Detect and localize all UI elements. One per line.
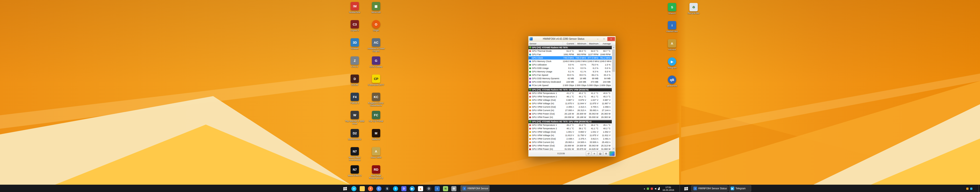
reset-values-button[interactable]: ↺ <box>586 151 591 156</box>
pinned-icon-file-explorer[interactable] <box>360 186 365 191</box>
desktop-icon-witcher-3[interactable]: WThe Witcher 3: Wild Hunt <box>344 111 365 125</box>
sensor-group-header[interactable]: GPU [#0]: ATI/AMD Radeon HD 7970: GPU VR… <box>528 120 612 123</box>
column-header-minimum[interactable]: Minimum <box>575 42 587 46</box>
pinned-icon-steam[interactable]: S <box>385 186 390 191</box>
desktop-icon-rdr2[interactable]: RDRed Dead Redemption 2 <box>366 165 387 179</box>
sensor-row[interactable]: GPU VRM Current (In)25.063 A24.500 A33.5… <box>528 141 612 144</box>
desktop-icon-aida64[interactable]: AAIDA64 <box>662 39 682 51</box>
sensor-row[interactable]: GPU D3D Memory Dynamic42 MB16 MB69 MB64 … <box>528 77 612 80</box>
pinned-icon-hwinfo[interactable]: i <box>434 186 440 191</box>
network-icon[interactable]: ▟ <box>658 187 660 190</box>
desktop-icon-qbittorrent[interactable]: qBqBittorrent <box>662 75 682 87</box>
taskbar-clock[interactable]: 17:51 16.03.2015 <box>662 186 674 191</box>
desktop-icon-fallout-4[interactable]: F4Fallout 4 <box>344 93 365 104</box>
desktop-icon-hwinfo64[interactable]: iHWiNFO64 <box>662 21 682 33</box>
desktop-icon-far-cry-primal[interactable]: FCFar Cry Primal <box>366 111 387 122</box>
column-header-average[interactable]: Average <box>600 42 612 46</box>
desktop-icon-recycle-bin[interactable]: ♻Recycle Bin <box>683 3 704 14</box>
sensor-row[interactable]: GPU Thermal Diode61.0 °C58.0 °C64.0 °C60… <box>528 49 612 53</box>
desktop-icon-anno-1800[interactable]: AAnno 1800 <box>366 147 387 158</box>
desktop-icon-cpu-z[interactable]: ZCPU-Z <box>344 56 365 68</box>
start-button-secondary[interactable] <box>682 185 690 192</box>
desktop-icon-sharex[interactable]: SShareX <box>662 3 682 14</box>
desktop-icon-dishonored-2[interactable]: D2Dishonored 2 <box>344 129 365 141</box>
sensor-row[interactable]: GPU Fan1061 RPM993 RPM1137 RPM1048 RPM <box>528 53 612 56</box>
desktop-icon-telegram[interactable]: ▶Telegram <box>662 58 682 69</box>
pinned-icon-skype[interactable]: S <box>393 186 398 191</box>
scroll-down-icon[interactable]: ▼ <box>612 147 616 150</box>
desktop-icon-crysis-3[interactable]: C3Crysis 3 <box>344 20 365 32</box>
gpu-tray-icon[interactable] <box>647 187 649 190</box>
desktop-icon-doom[interactable]: DDOOM <box>344 75 365 86</box>
minimize-button[interactable]: – <box>595 37 601 41</box>
sensor-row[interactable]: GPU D3D Usage0.1 %0.0 %6.2 %0.6 % <box>528 66 612 70</box>
column-header-sensor[interactable]: Sensor <box>528 42 563 46</box>
sensors-brand-button[interactable] <box>609 151 615 156</box>
scrollbar[interactable]: ▲ ▼ <box>612 46 616 150</box>
sensor-row[interactable]: GPU Utilization0.0 %0.0 %75.0 %1.5 % <box>528 63 612 66</box>
sensor-row[interactable]: PCIe Link Speed2.500 Gbps2.500 Gbps5.000… <box>528 83 612 87</box>
pinned-icon-firefox[interactable]: f <box>368 186 373 191</box>
messenger-tray-icon[interactable] <box>970 187 972 190</box>
scroll-up-icon[interactable]: ▲ <box>612 46 616 49</box>
hidden-icons-icon[interactable]: ▴ <box>644 187 645 190</box>
desktop-icon-cyberpunk-2077[interactable]: CPCyberpunk 2077 <box>366 75 387 86</box>
show-desktop-button-secondary[interactable] <box>978 185 980 192</box>
desktop-icon-minecraft[interactable]: ▦Minecraft <box>366 2 387 13</box>
sensor-row[interactable]: GPU VRM Current (Out)2.406 A2.313 A3.700… <box>528 105 612 109</box>
updates-tray-icon[interactable] <box>966 187 969 190</box>
taskbar-button-hwinfo-sensor-window[interactable]: iHWiNFO64 Sensor Status <box>461 186 490 192</box>
desktop-icon-mafia-iii[interactable]: MMafia III <box>366 129 387 141</box>
sensor-row[interactable]: GPU VRM Voltage (In)11.875 V11.844 V11.8… <box>528 102 612 105</box>
column-header-current[interactable]: Current <box>563 42 575 46</box>
maximize-button[interactable]: □ <box>601 37 607 41</box>
sensor-row[interactable]: GPU VRM Voltage (Out)1.001 V0.993 V1.031… <box>528 130 612 134</box>
pinned-icon-notepad[interactable]: N <box>443 186 448 191</box>
pinned-icon-internet-explorer[interactable]: e <box>351 186 356 191</box>
sensor-row[interactable]: GPU VRM Power (In)31.531 W30.875 W44.625… <box>528 147 612 150</box>
desktop-icon-assassins-creed[interactable]: ACAssassin's Creed Origins <box>366 38 387 52</box>
report-button[interactable]: ▤ <box>598 151 603 156</box>
sensor-row[interactable]: GPU Clock749.0 MHz749.0 MHz877.0 MHz751.… <box>528 56 612 59</box>
desktop-icon-nomachine[interactable]: !MNoMachine <box>344 2 365 13</box>
taskbar-button-telegram-window[interactable]: ▶Telegram <box>729 186 751 192</box>
volume-icon[interactable]: ◀ <box>655 187 656 190</box>
scrollbar-thumb[interactable] <box>612 49 615 72</box>
sensor-row[interactable]: GPU Memory Usage6.1 %6.1 %9.3 %6.6 % <box>528 70 612 73</box>
desktop-icon-mass-effect-3[interactable]: N7Mass Effect 3 <box>344 165 365 177</box>
sensor-row[interactable]: GPU VRM Voltage (In)11.813 V11.750 V11.8… <box>528 134 612 137</box>
settings-button[interactable]: ⚙ <box>603 151 609 156</box>
pinned-icon-obs[interactable]: O <box>426 186 431 191</box>
desktop-icon-mass-effect-andromeda[interactable]: N7Mass Effect: Andromeda <box>344 147 365 161</box>
desktop-icon-origin[interactable]: OOrigin <box>366 20 387 32</box>
sensor-row[interactable]: GPU VRM Current (In)27.000 A26.313 A35.0… <box>528 109 612 112</box>
pinned-icon-settings[interactable]: ⚙ <box>451 186 457 191</box>
hwinfo-titlebar[interactable]: HWiNFO64 v4.42-2280 Sensor Status – □ × <box>528 36 616 42</box>
sensor-row[interactable]: GPU Memory Clock1249.0 MHz1249.0 MHz1249… <box>528 59 612 63</box>
desktop-icon-gog-galaxy[interactable]: GGOG Galaxy <box>366 56 387 68</box>
desktop-icon-3dmark[interactable]: 3D3DMark <box>344 38 365 50</box>
sensor-group-header[interactable]: GPU [#0]: ATI/AMD Radeon HD 7970: <box>528 46 612 49</box>
start-button-primary[interactable] <box>340 185 349 192</box>
column-header-maximum[interactable]: Maximum <box>587 42 600 46</box>
close-button[interactable]: × <box>607 37 615 41</box>
sensor-row[interactable]: GPU VRM Power (In)28.038 W28.188 W55.000… <box>528 115 612 119</box>
pinned-icon-chrome[interactable]: C <box>376 186 382 191</box>
sensor-row[interactable]: GPU VRM Temperature 146.2 °C44.2 °C46.2 … <box>528 123 612 127</box>
sensor-row[interactable]: GPU VRM Temperature 240.1 °C39.1 °C41.1 … <box>528 127 612 130</box>
sensor-group-header[interactable]: GPU [#0]: ATI/AMD Radeon HD 7970: GPU VR… <box>528 88 612 91</box>
sensor-row[interactable]: GPU VRM Current (Out)2.438 A2.375 A3.813… <box>528 137 612 141</box>
sensor-row[interactable]: GPU VRM Power (Out)26.125 W25.500 W35.06… <box>528 112 612 115</box>
taskbar-button-hwinfo-sensor-window[interactable]: iHWiNFO64 Sensor Status <box>691 186 728 192</box>
sensor-row[interactable]: GPU VRM Power (Out)25.000 W24.500 W35.06… <box>528 144 612 147</box>
sensor-row[interactable]: GPU D3D Memory Dedicated229 MB226 MB473 … <box>528 80 612 83</box>
pinned-icon-telegram[interactable]: ▶ <box>410 186 415 191</box>
sensor-row[interactable]: GPU VRM Temperature 246.1 °C44.1 °C46.1 … <box>528 95 612 98</box>
pinned-icon-vlc[interactable]: ▲ <box>418 186 423 191</box>
sensor-row[interactable]: GPU Fan Speed33.0 %33.0 %39.2 %33.4 % <box>528 73 612 77</box>
pinned-icon-discord[interactable]: D <box>401 186 406 191</box>
sensor-row[interactable]: GPU VRM Temperature 141.2 °C40.2 °C41.2 … <box>528 91 612 95</box>
desktop-icon-kingdom-come[interactable]: KCKingdom Come: Deliverance <box>366 93 387 107</box>
show-desktop-button[interactable] <box>679 185 681 192</box>
sensor-row[interactable]: GPU VRM Voltage (Out)0.987 V0.975 V1.027… <box>528 98 612 102</box>
